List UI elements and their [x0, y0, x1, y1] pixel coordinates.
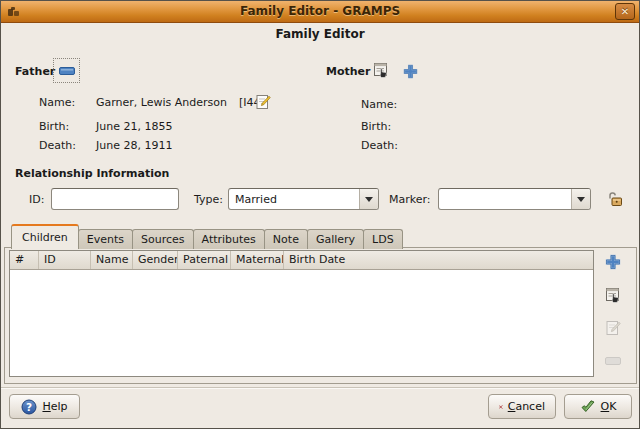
- help-icon: ?: [21, 399, 37, 415]
- titlebar[interactable]: Family Editor - GRAMPS ✕: [1, 1, 639, 23]
- select-person-icon: [373, 62, 389, 78]
- remove-child-button[interactable]: [601, 350, 625, 372]
- select-person-icon: [605, 287, 621, 303]
- column-id[interactable]: ID: [39, 251, 91, 269]
- column-name[interactable]: Name: [91, 251, 133, 269]
- tab-sources[interactable]: Sources: [132, 229, 194, 249]
- relationship-id-label: ID:: [29, 193, 44, 206]
- ok-button[interactable]: OK: [564, 394, 632, 419]
- children-table[interactable]: # ID Name Gender Paternal Maternal Birth…: [9, 250, 594, 377]
- family-editor-window: Family Editor - GRAMPS ✕ Family Editor F…: [0, 0, 640, 429]
- children-table-header: # ID Name Gender Paternal Maternal Birth…: [10, 251, 593, 270]
- father-name-text: Garner, Lewis Anderson: [96, 96, 227, 109]
- father-death-value: June 28, 1911: [96, 139, 172, 152]
- column-number[interactable]: #: [10, 251, 39, 269]
- edit-icon: [605, 320, 621, 336]
- father-name-value: Garner, Lewis Anderson [I44]: [96, 96, 265, 109]
- dialog-heading: Family Editor: [1, 27, 639, 41]
- window-title: Family Editor - GRAMPS: [1, 4, 639, 18]
- column-gender[interactable]: Gender: [133, 251, 178, 269]
- relationship-type-value: Married: [229, 193, 359, 206]
- children-table-body[interactable]: [10, 270, 593, 376]
- mother-birth-label: Birth:: [361, 120, 391, 133]
- help-button[interactable]: ? Help: [9, 394, 80, 419]
- father-section-label: Father: [15, 65, 55, 78]
- select-child-button[interactable]: [601, 284, 625, 306]
- column-birth-date[interactable]: Birth Date: [284, 251, 593, 269]
- ok-label: OK: [601, 400, 617, 413]
- add-mother-button[interactable]: [400, 61, 420, 81]
- select-mother-button[interactable]: [368, 58, 393, 82]
- plus-icon: [605, 254, 621, 270]
- relationship-type-label: Type:: [194, 193, 223, 206]
- add-child-button[interactable]: [601, 251, 625, 273]
- remove-father-button[interactable]: [53, 58, 80, 83]
- relationship-type-combo[interactable]: Married: [228, 188, 379, 210]
- mother-section-label: Mother: [326, 65, 370, 78]
- father-birth-value: June 21, 1855: [96, 120, 172, 133]
- minus-icon: [605, 356, 621, 366]
- ok-icon: [580, 399, 596, 414]
- tab-attributes[interactable]: Attributes: [193, 229, 265, 249]
- cancel-icon: [499, 400, 503, 414]
- chevron-down-icon[interactable]: [571, 189, 590, 209]
- mother-name-label: Name:: [361, 98, 397, 111]
- edit-father-button[interactable]: [251, 90, 275, 113]
- column-maternal[interactable]: Maternal: [231, 251, 284, 269]
- father-name-label: Name:: [39, 96, 75, 109]
- edit-icon: [255, 94, 271, 110]
- tab-children[interactable]: Children: [11, 224, 79, 249]
- mother-death-label: Death:: [361, 139, 398, 152]
- father-death-label: Death:: [39, 139, 76, 152]
- tab-events[interactable]: Events: [78, 229, 133, 249]
- tab-gallery[interactable]: Gallery: [307, 229, 364, 249]
- minus-icon: [59, 66, 75, 76]
- dialog-separator: [1, 387, 640, 389]
- privacy-button[interactable]: [602, 187, 628, 211]
- plus-icon: [403, 64, 418, 79]
- edit-child-button[interactable]: [601, 317, 625, 339]
- father-birth-label: Birth:: [39, 120, 69, 133]
- help-label: Help: [42, 400, 67, 413]
- chevron-down-icon[interactable]: [359, 189, 378, 209]
- tab-lds[interactable]: LDS: [363, 229, 403, 249]
- open-lock-icon: [607, 191, 623, 207]
- relationship-id-input[interactable]: [51, 188, 179, 210]
- cancel-label: Cancel: [508, 400, 545, 413]
- relationship-section-label: Relationship Information: [15, 167, 169, 180]
- tab-note[interactable]: Note: [264, 229, 308, 249]
- svg-text:?: ?: [26, 401, 32, 413]
- close-button[interactable]: ✕: [615, 3, 635, 20]
- column-paternal[interactable]: Paternal: [178, 251, 231, 269]
- relationship-marker-label: Marker:: [389, 193, 431, 206]
- tab-bar: Children Events Sources Attributes Note …: [11, 224, 402, 249]
- close-icon: ✕: [621, 6, 629, 17]
- relationship-marker-combo[interactable]: [438, 188, 591, 210]
- children-action-buttons: [599, 251, 627, 372]
- cancel-button[interactable]: Cancel: [488, 394, 556, 419]
